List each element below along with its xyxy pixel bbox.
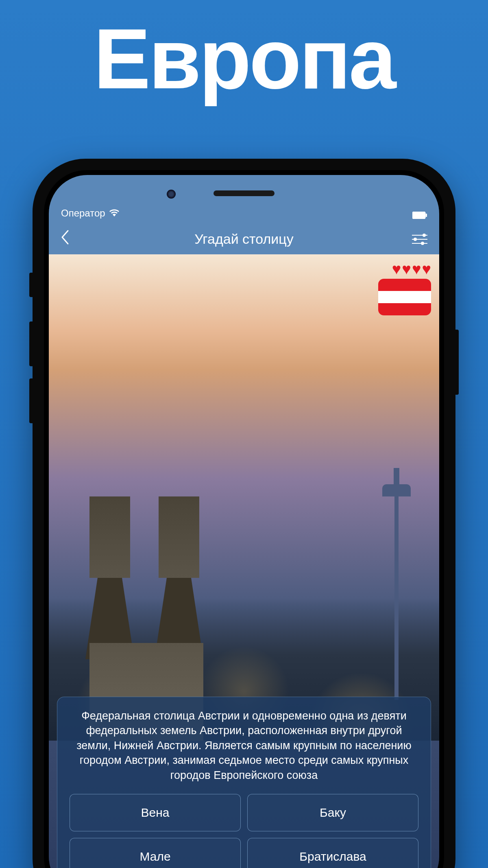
phone-volume-down [29, 378, 33, 423]
carrier-label: Оператор [61, 208, 105, 219]
answer-option-0[interactable]: Вена [70, 794, 241, 831]
page-title: Европа [0, 0, 488, 102]
phone-speaker [214, 190, 274, 196]
heart-icon: ♥ [422, 260, 431, 278]
slider-icon [412, 243, 427, 244]
app-title: Угадай столицу [194, 231, 293, 247]
svg-rect-0 [412, 212, 425, 219]
phone-power-button [455, 330, 459, 395]
heart-icon: ♥ [402, 260, 411, 278]
slider-icon [412, 239, 427, 240]
phone-volume-up [29, 321, 33, 366]
answer-option-2[interactable]: Мале [70, 838, 241, 868]
phone-frame: Оператор 15:16 [33, 159, 455, 868]
phone-mute-switch [29, 273, 33, 297]
phone-camera [167, 190, 176, 199]
question-panel: Федеральная столица Австрии и одновремен… [57, 697, 431, 868]
status-bar: Оператор 15:16 [49, 175, 439, 224]
country-flag [378, 279, 431, 315]
app-header: Угадай столицу [49, 224, 439, 254]
svg-rect-1 [426, 214, 427, 217]
answer-option-1[interactable]: Баку [247, 794, 418, 831]
slider-icon [412, 235, 427, 236]
answer-option-3[interactable]: Братислава [247, 838, 418, 868]
heart-icon: ♥ [412, 260, 421, 278]
wifi-icon [109, 208, 119, 219]
heart-icon: ♥ [392, 260, 401, 278]
back-button[interactable] [60, 230, 76, 249]
game-area: ♥ ♥ ♥ ♥ Федеральная столица Австрии и од… [49, 254, 439, 868]
lives-indicator: ♥ ♥ ♥ ♥ [392, 260, 431, 278]
question-text: Федеральная столица Австрии и одновремен… [70, 708, 418, 783]
settings-button[interactable] [412, 235, 428, 244]
phone-screen: Оператор 15:16 [49, 175, 439, 868]
battery-icon [412, 212, 427, 219]
answers-grid: Вена Баку Мале Братислава [70, 794, 418, 868]
